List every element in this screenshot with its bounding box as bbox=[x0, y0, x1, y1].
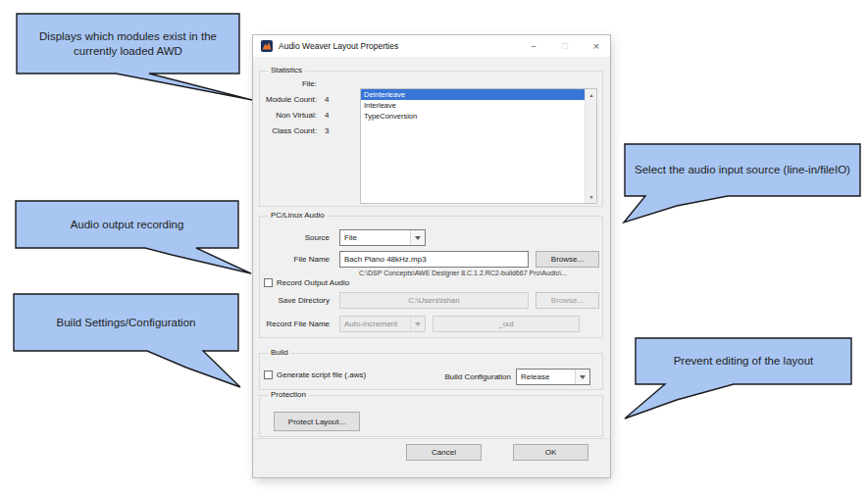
title-bar: Audio Weaver Layout Properties – □ × bbox=[253, 35, 610, 57]
screenshot-stage: Audio Weaver Layout Properties – □ × Sta… bbox=[0, 0, 868, 493]
footer-divider bbox=[253, 438, 610, 439]
save-directory-label: Save Directory bbox=[260, 296, 330, 305]
non-virtual-label: Non Virtual: bbox=[260, 111, 317, 120]
source-label: Source bbox=[260, 233, 330, 242]
class-count-value: 3 bbox=[325, 126, 329, 135]
audio-weaver-layout-properties-dialog: Audio Weaver Layout Properties – □ × Sta… bbox=[253, 35, 610, 477]
maximize-icon[interactable]: □ bbox=[550, 35, 580, 56]
close-icon[interactable]: × bbox=[582, 35, 611, 56]
module-listbox[interactable]: Deinterleave Interleave TypeConversion ▲… bbox=[360, 88, 597, 204]
non-virtual-value: 4 bbox=[325, 111, 329, 120]
generate-script-checkbox[interactable] bbox=[264, 370, 273, 379]
protection-group: Protection Protect Layout... bbox=[259, 395, 603, 437]
ok-button[interactable]: OK bbox=[513, 444, 588, 461]
callout-source-text: Select the audio input source (line-in/f… bbox=[625, 144, 860, 196]
file-label: File: bbox=[260, 79, 317, 88]
save-directory-field: C:\Users\ishan bbox=[339, 292, 529, 309]
record-file-name-dropdown: Auto-increment bbox=[339, 316, 426, 332]
list-item[interactable]: Interleave bbox=[361, 100, 585, 111]
record-file-name-value: Auto-increment bbox=[344, 320, 397, 328]
generate-script-label: Generate script file (.aws) bbox=[277, 370, 366, 379]
module-list-items: Deinterleave Interleave TypeConversion bbox=[361, 89, 585, 203]
chevron-down-icon bbox=[410, 230, 425, 245]
file-name-input[interactable]: Bach Piano 48kHz.mp3 bbox=[339, 251, 529, 268]
protection-group-label: Protection bbox=[268, 390, 309, 399]
record-output-audio-label: Record Output Audio bbox=[277, 278, 349, 287]
file-name-label: File Name bbox=[260, 255, 330, 264]
list-item[interactable]: TypeConversion bbox=[361, 111, 585, 122]
callout-protection-text: Prevent editing of the layout bbox=[636, 338, 851, 384]
callout-source-bubble bbox=[624, 144, 860, 222]
statistics-group-label: Statistics bbox=[268, 66, 305, 74]
pc-linux-audio-group-label: PC/Linux Audio bbox=[268, 211, 328, 220]
callout-build-text: Build Settings/Configuration bbox=[14, 294, 238, 351]
scroll-down-icon[interactable]: ▼ bbox=[586, 191, 597, 203]
statistics-group: Statistics File: Module Count: Non Virtu… bbox=[259, 71, 603, 207]
callout-modules-bubble bbox=[17, 14, 252, 100]
module-count-label: Module Count: bbox=[260, 95, 317, 104]
callout-protection-bubble bbox=[625, 338, 851, 419]
build-configuration-label: Build Configuration bbox=[413, 372, 511, 381]
class-count-label: Class Count: bbox=[260, 126, 317, 135]
scroll-up-icon[interactable]: ▲ bbox=[586, 89, 597, 101]
record-file-suffix-field: _out bbox=[433, 316, 580, 332]
chevron-down-icon bbox=[575, 370, 589, 384]
chevron-down-icon bbox=[410, 317, 425, 331]
record-file-name-label: Record File Name bbox=[260, 320, 330, 328]
source-value: File bbox=[344, 233, 357, 242]
source-dropdown[interactable]: File bbox=[339, 229, 426, 246]
build-configuration-dropdown[interactable]: Release bbox=[516, 369, 590, 385]
callout-recording-bubble bbox=[16, 201, 251, 273]
module-count-value: 4 bbox=[325, 95, 329, 104]
cancel-button[interactable]: Cancel bbox=[406, 444, 482, 461]
listbox-scrollbar[interactable]: ▲ ▼ bbox=[585, 89, 596, 203]
callout-recording-text: Audio output recording bbox=[16, 201, 238, 248]
record-output-audio-checkbox[interactable] bbox=[264, 278, 273, 287]
save-directory-browse-button: Browse... bbox=[536, 292, 599, 309]
callout-build-bubble bbox=[14, 294, 240, 387]
app-icon bbox=[261, 40, 273, 52]
minimize-icon[interactable]: – bbox=[519, 35, 548, 56]
file-browse-button[interactable]: Browse... bbox=[536, 251, 599, 268]
window-title: Audio Weaver Layout Properties bbox=[279, 35, 398, 57]
build-configuration-value: Release bbox=[521, 372, 549, 381]
file-path-text: C:\DSP Concepts\AWE Designer 8.C.1.2.RC2… bbox=[323, 270, 603, 276]
callout-modules-text: Displays which modules exist in the curr… bbox=[17, 14, 239, 74]
pc-linux-audio-group: PC/Linux Audio Source File File Name Bac… bbox=[259, 216, 603, 338]
build-group: Build Generate script file (.aws) Build … bbox=[259, 353, 603, 390]
build-group-label: Build bbox=[268, 348, 291, 357]
protect-layout-button[interactable]: Protect Layout... bbox=[274, 412, 360, 431]
list-item[interactable]: Deinterleave bbox=[361, 89, 585, 100]
